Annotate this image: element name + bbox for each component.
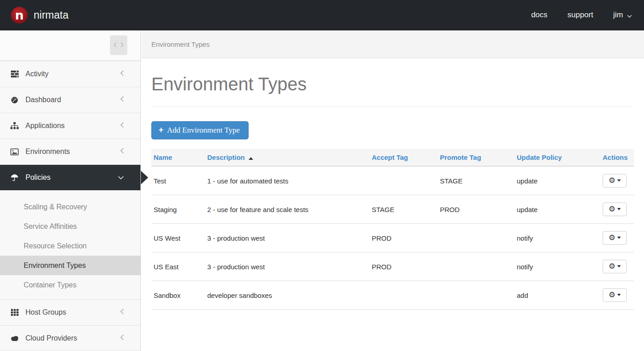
cell-description: 2 - use for feature and scale tests — [205, 195, 369, 224]
sitemap-icon — [10, 122, 19, 129]
cell-promote-tag: STAGE — [438, 166, 514, 195]
sidebar-item-environments[interactable]: Environments — [0, 138, 140, 164]
cell-name: US East — [151, 252, 205, 281]
cell-name: Staging — [151, 195, 205, 224]
gear-icon: ⚙ — [609, 262, 615, 270]
plus-icon: + — [159, 125, 164, 135]
top-navbar: n nirmata docs support jim — [0, 0, 644, 30]
breadcrumb-label: Environment Types — [151, 40, 210, 48]
sidebar-item-host-groups[interactable]: Host Groups — [0, 299, 140, 325]
cell-promote-tag — [438, 281, 514, 310]
grid-icon — [10, 309, 19, 316]
cell-promote-tag — [438, 224, 514, 252]
row-actions-button[interactable]: ⚙ — [603, 260, 627, 273]
cell-description: 3 - production west — [205, 252, 369, 281]
breadcrumb: Environment Types — [141, 31, 644, 58]
sidebar-item-applications[interactable]: Applications — [0, 113, 140, 138]
page-title: Environment Types — [151, 74, 634, 107]
cell-description: 1 - use for automated tests — [205, 166, 369, 195]
chevron-left-icon — [120, 122, 124, 130]
sort-asc-icon — [249, 157, 253, 160]
sidebar-header — [0, 31, 140, 61]
sidebar: Activity Dashboard Applications Environm… — [0, 31, 141, 351]
table-header-row: Name Description Accept Tag Promote Tag … — [151, 149, 634, 166]
column-header-accept-tag[interactable]: Accept Tag — [369, 149, 438, 166]
table-row: US West 3 - production west PROD notify … — [151, 224, 634, 252]
chevron-left-icon[interactable] — [113, 41, 117, 49]
cell-accept-tag: STAGE — [369, 195, 438, 224]
sidebar-item-dashboard[interactable]: Dashboard — [0, 87, 140, 113]
support-link[interactable]: support — [568, 10, 594, 20]
sidebar-item-label: Environments — [25, 148, 70, 156]
sidebar-subitem-resource-selection[interactable]: Resource Selection — [0, 236, 140, 256]
cell-name: Test — [151, 166, 205, 195]
image-icon — [10, 148, 19, 155]
user-menu-label: jim — [613, 10, 623, 20]
sidebar-item-cloud-providers[interactable]: Cloud Providers — [0, 325, 140, 351]
column-header-description[interactable]: Description — [205, 149, 369, 166]
row-actions-button[interactable]: ⚙ — [603, 203, 627, 216]
cell-accept-tag: PROD — [369, 224, 438, 252]
sidebar-item-label: Dashboard — [25, 96, 61, 104]
column-header-promote-tag[interactable]: Promote Tag — [438, 149, 514, 166]
caret-down-icon — [617, 179, 621, 182]
cell-accept-tag — [369, 281, 438, 310]
sidebar-item-activity[interactable]: Activity — [0, 61, 140, 87]
table-row: Staging 2 - use for feature and scale te… — [151, 195, 634, 224]
cell-update-policy: update — [514, 195, 600, 224]
user-menu[interactable]: jim — [613, 10, 632, 20]
gear-icon: ⚙ — [609, 205, 615, 213]
sidebar-subitem-environment-types[interactable]: Environment Types — [0, 256, 140, 275]
sidebar-item-policies[interactable]: Policies — [0, 164, 140, 190]
caret-down-icon — [617, 294, 621, 296]
chevron-right-icon[interactable] — [120, 41, 124, 49]
cloud-icon — [10, 335, 19, 341]
sidebar-item-label: Activity — [25, 70, 49, 78]
cell-name: US West — [151, 224, 205, 252]
dashboard-icon — [10, 96, 19, 104]
cell-update-policy: update — [514, 166, 600, 195]
caret-down-icon — [617, 265, 621, 267]
docs-link[interactable]: docs — [531, 10, 548, 20]
brand[interactable]: n nirmata — [11, 7, 69, 24]
cell-promote-tag — [438, 252, 514, 281]
sidebar-item-label: Applications — [25, 122, 65, 130]
gear-icon: ⚙ — [609, 291, 615, 299]
gear-icon: ⚙ — [609, 234, 615, 242]
cell-accept-tag: PROD — [369, 252, 438, 281]
cell-update-policy: notify — [514, 252, 600, 281]
row-actions-button[interactable]: ⚙ — [603, 174, 627, 188]
sidebar-subitem-container-types[interactable]: Container Types — [0, 275, 140, 295]
table-row: Test 1 - use for automated tests STAGE u… — [151, 166, 634, 195]
docs-link-label: docs — [531, 10, 548, 20]
column-header-update-policy[interactable]: Update Policy — [514, 149, 600, 166]
cell-description: 3 - production west — [205, 224, 369, 252]
umbrella-icon — [10, 174, 19, 182]
chevron-down-icon — [627, 11, 632, 20]
column-header-actions: Actions — [600, 149, 634, 166]
sidebar-item-label: Cloud Providers — [25, 334, 77, 342]
cell-update-policy: add — [514, 281, 600, 310]
caret-down-icon — [617, 208, 621, 210]
cell-name: Sandbox — [151, 281, 205, 310]
history-pager[interactable] — [110, 35, 127, 55]
sidebar-item-label: Policies — [25, 173, 50, 182]
policies-submenu: Scaling & Recovery Service Affinities Re… — [0, 190, 140, 299]
brand-name: nirmata — [34, 9, 69, 21]
sidebar-item-label: Host Groups — [25, 308, 66, 316]
chevron-left-icon — [120, 70, 124, 78]
sidebar-subitem-scaling-recovery[interactable]: Scaling & Recovery — [0, 197, 140, 217]
chevron-left-icon — [120, 308, 124, 316]
cell-update-policy: notify — [514, 224, 600, 252]
row-actions-button[interactable]: ⚙ — [603, 288, 627, 302]
table-row: Sandbox developer sandboxes add ⚙ — [151, 281, 634, 310]
environment-types-table: Name Description Accept Tag Promote Tag … — [151, 149, 634, 310]
active-item-notch — [141, 171, 148, 184]
nirmata-logo-icon: n — [11, 7, 28, 24]
column-header-name[interactable]: Name — [151, 149, 205, 166]
main-content: Environment Types Environment Types + Ad… — [141, 31, 644, 351]
row-actions-button[interactable]: ⚙ — [603, 231, 627, 245]
chevron-down-icon — [118, 173, 124, 182]
sidebar-subitem-service-affinities[interactable]: Service Affinities — [0, 217, 140, 236]
add-environment-type-button[interactable]: + Add Environment Type — [151, 121, 249, 139]
